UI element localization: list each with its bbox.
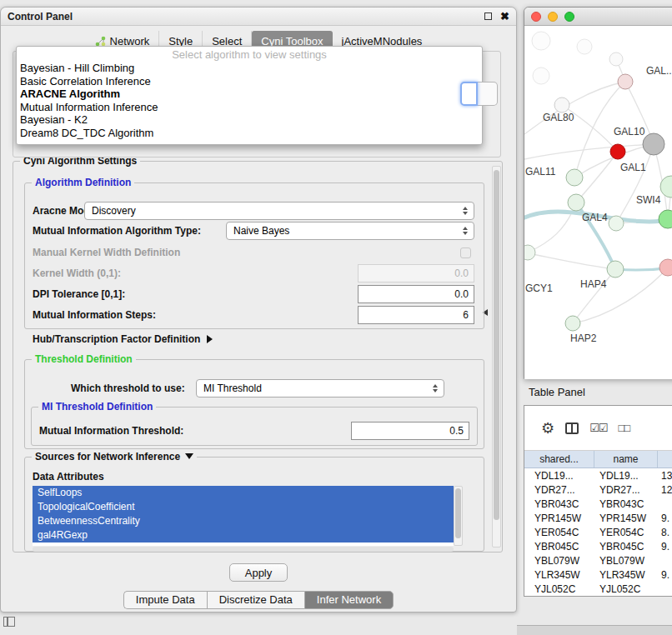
dropdown-placeholder: Select algorithm to view settings <box>17 48 482 62</box>
table-cell: 9. <box>658 541 672 552</box>
network-node[interactable] <box>554 98 569 112</box>
network-node[interactable] <box>659 259 672 276</box>
network-node-label: GAL4 <box>582 212 608 223</box>
table-row[interactable]: YLR345WYLR345W9. <box>524 568 672 582</box>
mi-algorithm-type-value: Naive Bayes <box>233 225 289 237</box>
control-panel-titlebar: Control Panel ✖ <box>1 8 516 26</box>
columns-icon[interactable] <box>565 422 579 434</box>
mi-algorithm-type-combo[interactable]: Naive Bayes <box>226 222 474 240</box>
table-cell: YBR045C <box>524 541 594 552</box>
network-node[interactable] <box>568 194 584 211</box>
table-row[interactable]: YJL052CYJL052C <box>524 582 672 596</box>
manual-kernel-label: Manual Kernel Width Definition <box>33 247 180 258</box>
algorithm-dropdown-item[interactable]: Bayesian - Hill Climbing <box>17 62 482 75</box>
network-node[interactable] <box>610 144 625 159</box>
hub-section-label: Hub/Transcription Factor Definition <box>33 333 200 345</box>
mi-steps-field[interactable] <box>358 306 474 324</box>
algorithm-dropdown-item[interactable]: Dream8 DC_TDC Algorithm <box>17 127 482 140</box>
network-node[interactable] <box>566 169 583 186</box>
network-node[interactable] <box>609 216 624 231</box>
table-cell: YDR27... <box>524 484 594 496</box>
data-attribute-item[interactable]: BetweennessCentrality <box>33 514 454 528</box>
settings-scrollbar-thumb[interactable] <box>494 170 499 520</box>
apply-button[interactable]: Apply <box>229 563 288 582</box>
algorithm-dropdown-item[interactable]: ARACNE Algorithm <box>17 88 482 101</box>
algorithm-combo-button[interactable] <box>478 82 498 106</box>
aracne-mode-value: Discovery <box>92 205 136 217</box>
table-panel-window: ⚙ ☑☑ □□ shared... name YDL19...YDL19...1… <box>524 405 672 597</box>
algorithm-dropdown-item[interactable]: Bayesian - K2 <box>17 113 482 127</box>
threshold-definition-title: Threshold Definition <box>32 353 136 365</box>
attributes-hscrollbar[interactable] <box>33 547 454 552</box>
attributes-scrollbar-thumb[interactable] <box>455 488 461 538</box>
network-node[interactable] <box>607 261 624 278</box>
table-row[interactable]: YPR145WYPR145W9. <box>524 511 672 525</box>
table-cell: YJL052C <box>524 583 594 595</box>
mi-threshold-label: Mutual Information Threshold: <box>39 425 183 437</box>
algorithm-dropdown-list: Bayesian - Hill ClimbingBasic Correlatio… <box>17 62 482 139</box>
algorithm-combo-focus-ring[interactable] <box>460 82 478 106</box>
table-row[interactable]: YBR043CYBR043C <box>524 497 672 511</box>
combo-stepper-icon <box>463 207 468 215</box>
panel-dock-icon[interactable] <box>3 617 15 627</box>
table-row[interactable]: YDL19...YDL19...13 <box>524 468 672 482</box>
network-node[interactable] <box>565 316 580 331</box>
data-attribute-item[interactable]: gal4RGexp <box>33 528 454 542</box>
apply-row: Apply <box>1 563 516 582</box>
which-threshold-value: MI Threshold <box>203 382 262 394</box>
minimize-traffic-light[interactable] <box>548 12 558 22</box>
tab-impute-data[interactable]: Impute Data <box>123 591 207 609</box>
table-row[interactable]: YBR045CYBR045C9. <box>524 539 672 553</box>
close-traffic-light[interactable] <box>531 12 541 22</box>
mi-threshold-field[interactable] <box>351 422 469 440</box>
network-node[interactable] <box>524 245 535 260</box>
hub-transcription-factor-section[interactable]: Hub/Transcription Factor Definition <box>33 333 213 345</box>
zoom-traffic-light[interactable] <box>564 12 574 22</box>
table-row[interactable]: YDR27...YDR27...12 <box>524 482 672 497</box>
select-all-icon[interactable]: ☑☑ <box>589 422 607 433</box>
network-node[interactable] <box>609 52 623 66</box>
network-node-label: HAP2 <box>570 332 597 344</box>
gear-icon[interactable]: ⚙ <box>541 421 554 436</box>
manual-kernel-checkbox <box>460 248 471 258</box>
settings-scrollbar[interactable] <box>492 166 501 548</box>
dpi-tolerance-field[interactable] <box>358 285 474 303</box>
aracne-mode-combo[interactable]: Discovery <box>84 202 474 220</box>
sources-group-title[interactable]: Sources for Network Inference <box>32 451 197 462</box>
network-node[interactable] <box>659 210 672 228</box>
network-node-label: GAL1 <box>620 162 646 173</box>
algorithm-dropdown-item[interactable]: Mutual Information Inference <box>17 101 482 114</box>
close-icon[interactable]: ✖ <box>500 11 509 22</box>
algorithm-definition-title: Algorithm Definition <box>32 177 134 188</box>
float-window-icon[interactable] <box>484 12 492 20</box>
data-attribute-item[interactable]: TopologicalCoefficient <box>33 500 454 514</box>
column-header-name[interactable]: name <box>594 451 658 468</box>
table-row[interactable]: YER054CYER054C8. <box>524 525 672 539</box>
table-cell: 9. <box>658 569 672 581</box>
table-row[interactable]: YBL079WYBL079W <box>524 553 672 568</box>
which-threshold-combo[interactable]: MI Threshold <box>196 379 444 398</box>
deselect-all-icon[interactable]: □□ <box>618 422 629 433</box>
table-body: YDL19...YDL19...13YDR27...YDR27...12YBR0… <box>524 468 672 596</box>
network-node[interactable] <box>618 74 633 89</box>
column-header-extra[interactable] <box>658 451 672 468</box>
tab-discretize-data[interactable]: Discretize Data <box>207 591 304 609</box>
table-cell: 8. <box>658 527 672 538</box>
column-header-shared[interactable]: shared... <box>524 451 594 468</box>
attributes-scrollbar[interactable] <box>454 486 463 546</box>
table-cell: YPR145W <box>524 512 594 524</box>
table-panel-title: Table Panel <box>529 386 585 398</box>
bottom-window-edge <box>517 625 672 635</box>
network-window-titlebar <box>524 8 672 26</box>
network-node-label: GAL11 <box>525 166 556 178</box>
network-node-label: GCY1 <box>525 282 553 294</box>
network-canvas[interactable]: GAL...GAL80GAL10GAL11GAL1SWI4GAL4GCY1HAP… <box>524 26 672 379</box>
network-svg: GAL...GAL80GAL10GAL11GAL1SWI4GAL4GCY1HAP… <box>524 26 672 379</box>
tab-infer-network[interactable]: Infer Network <box>304 591 394 609</box>
table-cell: 13 <box>658 470 672 482</box>
algorithm-dropdown-item[interactable]: Basic Correlation Inference <box>17 75 482 88</box>
network-node[interactable] <box>643 133 664 155</box>
network-node-label: HAP4 <box>580 278 607 290</box>
control-panel-window: Control Panel ✖ Network Style Select Cyn… <box>0 7 517 612</box>
data-attribute-item[interactable]: SelfLoops <box>33 486 454 500</box>
